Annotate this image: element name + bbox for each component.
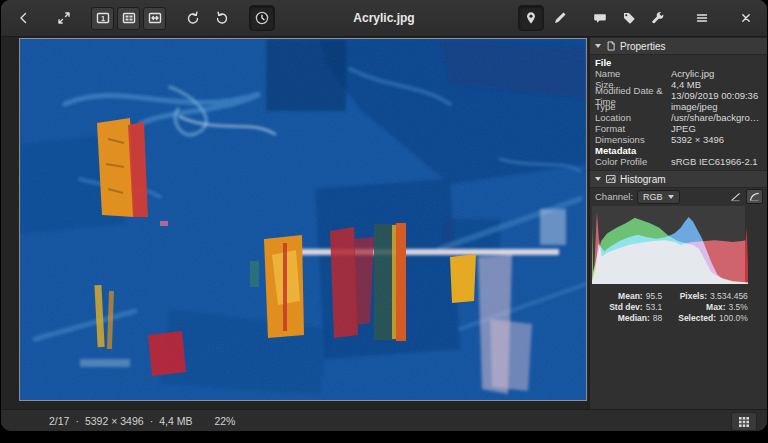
property-row: Name Acrylic.jpg	[590, 68, 767, 79]
stat-label: Max:	[678, 302, 725, 312]
property-value: 13/09/2019 00:09:36	[671, 90, 762, 101]
zoom-fit-button[interactable]	[117, 7, 140, 30]
expander-icon	[595, 177, 601, 181]
property-row: Type image/jpeg	[590, 101, 767, 112]
svg-text:1: 1	[100, 14, 104, 23]
properties-toggle-button[interactable]	[518, 5, 544, 31]
property-row: Color Profile sRGB IEC61966-2.1	[590, 156, 767, 167]
property-value: JPEG	[671, 123, 700, 134]
status-position: 2/17	[49, 415, 69, 427]
property-label: Dimensions	[595, 134, 671, 145]
property-group-title: File	[590, 57, 767, 68]
property-row: Modified Date & Time 13/09/2019 00:09:36	[590, 90, 767, 101]
fullscreen-icon	[56, 10, 72, 26]
properties-icon	[606, 41, 616, 51]
rotate-right-icon	[214, 10, 230, 26]
zoom-fit-width-icon	[147, 10, 163, 26]
stat-value: 3.534.456	[710, 291, 748, 301]
slideshow-button[interactable]	[249, 5, 275, 31]
status-zoom-level: 22%	[214, 415, 235, 427]
sidebar: Properties File Name Acrylic.jpg Size 4,…	[589, 37, 767, 410]
property-group-title: Metadata	[590, 145, 767, 156]
chevron-down-icon	[668, 195, 674, 199]
property-row: Format JPEG	[590, 123, 767, 134]
property-value: 5392 × 3496	[671, 134, 728, 145]
property-row: Dimensions 5392 × 3496	[590, 134, 767, 145]
menu-icon	[694, 10, 710, 26]
rotate-left-button[interactable]	[180, 5, 206, 31]
status-dimensions: 5392 × 3496	[85, 415, 144, 427]
logarithmic-histogram-icon	[749, 192, 760, 202]
property-label: Location	[595, 112, 671, 123]
status-separator: ·	[150, 415, 154, 427]
stat-value: 88	[653, 313, 662, 323]
zoom-original-button[interactable]: 1	[91, 7, 114, 30]
channel-value: RGB	[643, 192, 663, 202]
property-label: Color Profile	[595, 156, 671, 167]
rotate-right-button[interactable]	[209, 5, 235, 31]
property-value: 4,4 MB	[671, 79, 705, 90]
property-value: sRGB IEC61966-2.1	[671, 156, 762, 167]
histogram-stats: Mean:95.5 Std dev:53.1 Median:88 Pixels:…	[590, 284, 767, 323]
back-icon	[16, 10, 32, 26]
photo-acrylic-painting	[20, 39, 586, 400]
histogram-section-title: Histogram	[620, 174, 666, 185]
fullscreen-button[interactable]	[51, 5, 77, 31]
zoom-fit-width-button[interactable]	[143, 7, 166, 30]
property-label: Format	[595, 123, 671, 134]
stat-value: 100.0%	[719, 313, 748, 323]
menu-button[interactable]	[689, 5, 715, 31]
stat-label: Selected:	[678, 313, 716, 323]
tag-icon	[621, 10, 637, 26]
histogram-image-icon	[606, 174, 616, 184]
properties-body: File Name Acrylic.jpg Size 4,4 MB Modifi…	[590, 55, 767, 167]
linear-scale-button[interactable]	[727, 189, 744, 204]
toolbar-left: 1	[1, 5, 275, 31]
photo-viewport[interactable]	[19, 38, 587, 401]
histogram-channel-row: Channel: RGB	[590, 188, 767, 204]
headerbar: Acrylic.jpg 1	[1, 0, 767, 37]
edit-file-button[interactable]	[547, 5, 573, 31]
close-window-button[interactable]	[733, 5, 759, 31]
zoom-fit-icon	[121, 10, 137, 26]
linear-histogram-icon	[730, 192, 741, 202]
channel-label: Channel:	[595, 191, 633, 202]
rotate-left-icon	[185, 10, 201, 26]
stat-value: 95.5	[646, 291, 663, 301]
toolbar-right	[518, 5, 767, 31]
back-button[interactable]	[11, 5, 37, 31]
properties-section-title: Properties	[620, 41, 666, 52]
stat-value: 53.1	[646, 302, 663, 312]
properties-section-header[interactable]: Properties	[590, 37, 767, 55]
status-text: 2/17 · 5392 × 3496 · 4,4 MB 22%	[1, 415, 235, 427]
tags-button[interactable]	[616, 5, 642, 31]
property-value: Acrylic.jpg	[671, 68, 718, 79]
location-pin-icon	[523, 10, 539, 26]
app-window: Acrylic.jpg 1	[1, 0, 767, 431]
tools-wrench-icon	[650, 10, 666, 26]
logarithmic-scale-button[interactable]	[746, 189, 763, 204]
stat-label: Mean:	[609, 291, 643, 301]
histogram-chart	[592, 206, 745, 284]
statusbar: 2/17 · 5392 × 3496 · 4,4 MB 22%	[1, 409, 767, 431]
property-label: Type	[595, 101, 671, 112]
comment-button[interactable]	[587, 5, 613, 31]
histogram-svg	[592, 206, 748, 284]
property-label: Name	[595, 68, 671, 79]
channel-select[interactable]: RGB	[637, 190, 680, 204]
property-value: image/jpeg	[671, 101, 721, 112]
histogram-scale-buttons	[727, 189, 763, 204]
stat-value: 3.5%	[728, 302, 747, 312]
comment-icon	[592, 10, 608, 26]
histogram-section-header[interactable]: Histogram	[590, 170, 767, 188]
zoom-original-icon: 1	[95, 10, 111, 26]
stat-label: Std dev:	[609, 302, 643, 312]
expander-icon	[595, 44, 601, 48]
main-content: Properties File Name Acrylic.jpg Size 4,…	[1, 37, 767, 410]
stats-right-column: Pixels:3.534.456 Max:3.5% Selected:100.0…	[678, 291, 748, 323]
property-row: Location /usr/share/background...	[590, 112, 767, 123]
thumbnail-grid-button[interactable]	[731, 412, 757, 431]
stat-label: Pixels:	[678, 291, 707, 301]
tools-button[interactable]	[645, 5, 671, 31]
edit-brush-icon	[552, 10, 568, 26]
